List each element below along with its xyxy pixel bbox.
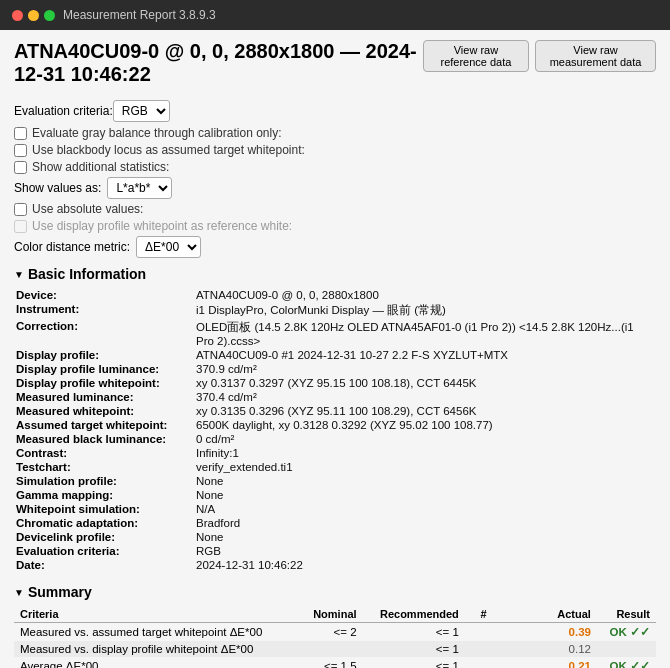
blackbody-row: Use blackbody locus as assumed target wh…: [14, 143, 656, 157]
basic-info-row: Device:ATNA40CU09-0 @ 0, 0, 2880x1800: [14, 288, 656, 302]
basic-info-label: Evaluation criteria:: [14, 544, 194, 558]
additional-stats-label: Show additional statistics:: [32, 160, 169, 174]
col-actual: Actual: [493, 606, 597, 623]
basic-info-row: Gamma mapping:None: [14, 488, 656, 502]
summary-recommended: <= 1: [363, 641, 465, 657]
basic-info-label: Measured black luminance:: [14, 432, 194, 446]
basic-info-row: Evaluation criteria:RGB: [14, 544, 656, 558]
basic-info-label: Correction:: [14, 319, 194, 348]
summary-title: Summary: [28, 584, 92, 600]
basic-info-row: Testchart:verify_extended.ti1: [14, 460, 656, 474]
close-button[interactable]: [12, 10, 23, 21]
summary-nominal: <= 2: [300, 623, 362, 642]
page-title: ATNA40CU09-0 @ 0, 0, 2880x1800 — 2024-12…: [14, 40, 423, 86]
summary-table-header: Criteria Nominal Recommended # Actual Re…: [14, 606, 656, 623]
minimize-button[interactable]: [28, 10, 39, 21]
main-content: ATNA40CU09-0 @ 0, 0, 2880x1800 — 2024-12…: [0, 30, 670, 668]
view-raw-reference-button[interactable]: View raw reference data: [423, 40, 529, 72]
basic-info-label: Date:: [14, 558, 194, 572]
summary-result: OK ✓✓: [597, 623, 656, 642]
basic-info-row: Measured luminance:370.4 cd/m²: [14, 390, 656, 404]
basic-info-value: N/A: [194, 502, 656, 516]
basic-info-value: xy 0.3137 0.3297 (XYZ 95.15 100 108.18),…: [194, 376, 656, 390]
summary-criteria: Measured vs. assumed target whitepoint Δ…: [14, 623, 300, 642]
basic-info-value: i1 DisplayPro, ColorMunki Display — 眼前 (…: [194, 302, 656, 319]
summary-row: Measured vs. assumed target whitepoint Δ…: [14, 623, 656, 642]
basic-info-label: Devicelink profile:: [14, 530, 194, 544]
evaluation-criteria-label: Evaluation criteria:: [14, 104, 113, 118]
basic-info-header[interactable]: ▼ Basic Information: [14, 266, 656, 282]
basic-info-label: Whitepoint simulation:: [14, 502, 194, 516]
summary-row: Average ΔE*00<= 1.5<= 10.21OK ✓✓: [14, 657, 656, 668]
title-bar: Measurement Report 3.8.9.3: [0, 0, 670, 30]
additional-stats-checkbox[interactable]: [14, 161, 27, 174]
basic-info-value: verify_extended.ti1: [194, 460, 656, 474]
absolute-values-label: Use absolute values:: [32, 202, 143, 216]
summary-nominal: <= 1.5: [300, 657, 362, 668]
evaluation-criteria-select[interactable]: RGB: [113, 100, 170, 122]
basic-info-section: ▼ Basic Information Device:ATNA40CU09-0 …: [14, 266, 656, 572]
summary-recommended: <= 1: [363, 657, 465, 668]
basic-info-value: None: [194, 530, 656, 544]
blackbody-label: Use blackbody locus as assumed target wh…: [32, 143, 305, 157]
basic-info-value: xy 0.3135 0.3296 (XYZ 95.11 100 108.29),…: [194, 404, 656, 418]
summary-nominal: [300, 641, 362, 657]
basic-info-label: Measured luminance:: [14, 390, 194, 404]
basic-info-value: 0 cd/m²: [194, 432, 656, 446]
basic-info-value: 370.9 cd/m²: [194, 362, 656, 376]
summary-criteria: Measured vs. display profile whitepoint …: [14, 641, 300, 657]
basic-info-label: Display profile whitepoint:: [14, 376, 194, 390]
summary-header[interactable]: ▼ Summary: [14, 584, 656, 600]
basic-info-label: Display profile:: [14, 348, 194, 362]
app-title: Measurement Report 3.8.9.3: [63, 8, 216, 22]
traffic-lights: [12, 10, 55, 21]
summary-count: [465, 641, 493, 657]
basic-info-value: 2024-12-31 10:46:22: [194, 558, 656, 572]
basic-info-value: RGB: [194, 544, 656, 558]
basic-info-label: Contrast:: [14, 446, 194, 460]
basic-info-value: None: [194, 474, 656, 488]
summary-criteria: Average ΔE*00: [14, 657, 300, 668]
basic-info-value: Bradford: [194, 516, 656, 530]
summary-result: [597, 641, 656, 657]
summary-actual: 0.39: [493, 623, 597, 642]
summary-count: [465, 657, 493, 668]
summary-collapse-triangle: ▼: [14, 587, 24, 598]
basic-info-row: Display profile whitepoint:xy 0.3137 0.3…: [14, 376, 656, 390]
blackbody-checkbox[interactable]: [14, 144, 27, 157]
basic-info-label: Measured whitepoint:: [14, 404, 194, 418]
maximize-button[interactable]: [44, 10, 55, 21]
basic-info-table: Device:ATNA40CU09-0 @ 0, 0, 2880x1800Ins…: [14, 288, 656, 572]
col-count: #: [465, 606, 493, 623]
summary-table: Criteria Nominal Recommended # Actual Re…: [14, 606, 656, 668]
summary-section: ▼ Summary Criteria Nominal Recommended #…: [14, 584, 656, 668]
show-values-label: Show values as:: [14, 181, 101, 195]
basic-info-value: ATNA40CU09-0 @ 0, 0, 2880x1800: [194, 288, 656, 302]
basic-info-row: Assumed target whitepoint:6500K daylight…: [14, 418, 656, 432]
basic-info-row: Correction:OLED面板 (14.5 2.8K 120Hz OLED …: [14, 319, 656, 348]
evaluation-criteria-row: Evaluation criteria: RGB: [14, 100, 656, 122]
absolute-values-checkbox[interactable]: [14, 203, 27, 216]
absolute-values-row: Use absolute values:: [14, 202, 656, 216]
gray-balance-label: Evaluate gray balance through calibratio…: [32, 126, 282, 140]
basic-info-row: Date:2024-12-31 10:46:22: [14, 558, 656, 572]
basic-info-value: None: [194, 488, 656, 502]
display-profile-ref-checkbox: [14, 220, 27, 233]
col-result: Result: [597, 606, 656, 623]
basic-info-value: ATNA40CU09-0 #1 2024-12-31 10-27 2.2 F-S…: [194, 348, 656, 362]
basic-info-value: 370.4 cd/m²: [194, 390, 656, 404]
color-distance-select[interactable]: ΔE*00: [136, 236, 201, 258]
basic-info-label: Chromatic adaptation:: [14, 516, 194, 530]
basic-info-row: Display profile:ATNA40CU09-0 #1 2024-12-…: [14, 348, 656, 362]
display-profile-ref-row: Use display profile whitepoint as refere…: [14, 219, 656, 233]
summary-actual: 0.12: [493, 641, 597, 657]
basic-info-row: Contrast:Infinity:1: [14, 446, 656, 460]
show-values-row: Show values as: L*a*b*: [14, 177, 656, 199]
gray-balance-checkbox[interactable]: [14, 127, 27, 140]
view-raw-measurement-button[interactable]: View raw measurement data: [535, 40, 656, 72]
color-distance-label: Color distance metric:: [14, 240, 130, 254]
summary-recommended: <= 1: [363, 623, 465, 642]
summary-count: [465, 623, 493, 642]
color-distance-row: Color distance metric: ΔE*00: [14, 236, 656, 258]
show-values-select[interactable]: L*a*b*: [107, 177, 172, 199]
